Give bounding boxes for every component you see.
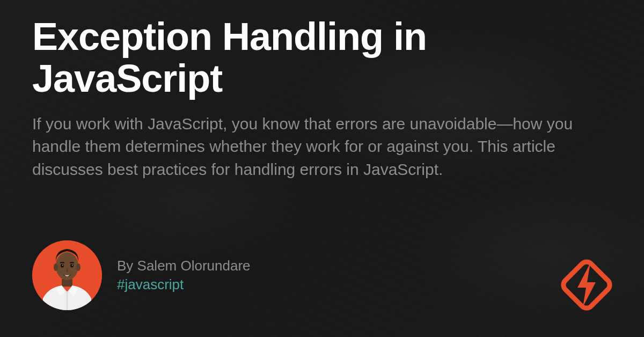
author-meta: By Salem Olorundare #javascript xyxy=(117,258,251,293)
svg-point-3 xyxy=(76,263,80,271)
article-hashtag: #javascript xyxy=(117,276,251,293)
avatar-illustration xyxy=(32,240,102,310)
author-avatar xyxy=(32,240,102,310)
content-container: Exception Handling in JavaScript If you … xyxy=(0,0,644,337)
svg-point-5 xyxy=(70,264,74,268)
svg-point-2 xyxy=(54,263,58,271)
author-byline: By Salem Olorundare xyxy=(117,258,251,274)
article-description: If you work with JavaScript, you know th… xyxy=(32,113,612,181)
svg-point-6 xyxy=(62,265,63,266)
article-title: Exception Handling in JavaScript xyxy=(32,16,612,100)
author-row: By Salem Olorundare #javascript xyxy=(32,240,612,310)
brand-logo-icon xyxy=(557,255,616,314)
svg-point-7 xyxy=(72,265,73,266)
svg-point-4 xyxy=(61,264,64,268)
